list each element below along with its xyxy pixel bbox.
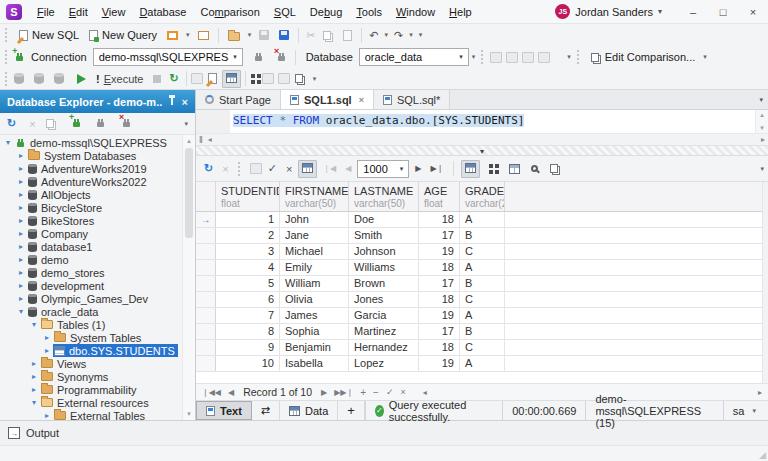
tree-item-content[interactable]: System Tables	[53, 331, 144, 344]
paste-button[interactable]	[338, 25, 357, 45]
disconnect-icon[interactable]: ×	[276, 51, 287, 64]
tree-item-content[interactable]: dbo.SYS.STUDENTS	[53, 344, 178, 357]
refresh-icon[interactable]: ↻	[201, 162, 216, 175]
chevron-down-icon[interactable]: ▾	[2, 138, 14, 147]
row-selector[interactable]	[196, 340, 216, 355]
copy-button[interactable]	[318, 25, 338, 45]
pin-icon[interactable]	[171, 98, 173, 105]
tree-item-content[interactable]: BikeStores	[27, 214, 97, 227]
search-icon[interactable]	[531, 165, 538, 172]
tab-sql-sql[interactable]: SQL.sql*	[374, 90, 450, 109]
table-row[interactable]: 8SophiaMartinez17B	[196, 324, 762, 340]
results-grid-toggle[interactable]	[222, 70, 241, 88]
layout-cards-icon[interactable]	[251, 74, 255, 78]
tree-item-content[interactable]: External Tables	[53, 409, 148, 420]
row-selector[interactable]: →	[196, 212, 216, 227]
cell-studentid[interactable]: 3	[216, 244, 280, 259]
open-file-dropdown-icon[interactable]: ▾	[245, 31, 255, 39]
tree-item-bicyclestore[interactable]: ▸BicycleStore	[0, 201, 182, 214]
tab-close-icon[interactable]: ×	[359, 95, 364, 105]
new-sql-button[interactable]: New SQL	[14, 25, 84, 45]
chevron-down-icon[interactable]: ▾	[28, 320, 40, 329]
prev-page-icon[interactable]: ◀	[342, 164, 354, 173]
cell-grade[interactable]: B	[460, 324, 505, 339]
tree-item-content[interactable]: Synonyms	[40, 370, 111, 383]
tree-item-content[interactable]: Tables (1)	[40, 318, 108, 331]
cell-lastname[interactable]: Williams	[349, 260, 419, 275]
stop-button[interactable]	[148, 69, 166, 89]
cell-studentid[interactable]: 4	[216, 260, 280, 275]
table-row[interactable]: 7JamesGarcia19A	[196, 308, 762, 324]
cell-age[interactable]: 19	[419, 356, 460, 371]
cell-age[interactable]: 17	[419, 324, 460, 339]
chevron-right-icon[interactable]: ▸	[15, 164, 27, 173]
grid-view-toggle[interactable]	[461, 160, 480, 178]
explorer-close-icon[interactable]: ×	[182, 96, 188, 108]
column-header-age[interactable]: AGEfloat	[419, 182, 460, 211]
tree-item-views[interactable]: ▸Views	[0, 357, 182, 370]
row-selector[interactable]	[196, 276, 216, 291]
explorer-toolbar-overflow-icon[interactable]: ▾	[181, 120, 191, 128]
tree-item-demo-stores[interactable]: ▸demo_stores	[0, 266, 182, 279]
cell-studentid[interactable]: 7	[216, 308, 280, 323]
menu-tools[interactable]: Tools	[349, 6, 389, 18]
database-sync-icon[interactable]	[14, 73, 24, 84]
user-menu-caret-icon[interactable]: ▾	[658, 7, 662, 16]
new-connection-icon[interactable]: +	[14, 51, 25, 64]
new-document-button[interactable]	[193, 25, 214, 45]
chevron-right-icon[interactable]: ▸	[15, 203, 27, 212]
edit-comparison-dropdown-icon[interactable]: ▾	[700, 53, 710, 61]
cell-studentid[interactable]: 1	[216, 212, 280, 227]
scroll-down-icon[interactable]: ▾	[760, 124, 764, 132]
database-deploy-icon[interactable]	[54, 73, 64, 84]
menu-window[interactable]: Window	[389, 6, 442, 18]
explorer-header[interactable]: Database Explorer - demo-m... ×	[0, 90, 195, 113]
delete-icon[interactable]: ×	[26, 118, 38, 130]
table-row[interactable]: 3MichaelJohnson19C	[196, 244, 762, 260]
tab-text[interactable]: Text	[196, 401, 252, 420]
connection-combobox[interactable]: demo-mssql\SQLEXPRESS ▾	[93, 48, 243, 66]
tree-item-content[interactable]: AdventureWorks2019	[27, 162, 150, 175]
grid-scroll-left-icon[interactable]: ◂	[423, 388, 427, 397]
chevron-down-icon[interactable]: ▾	[15, 307, 27, 316]
menu-help[interactable]: Help	[442, 6, 479, 18]
tree-item-content[interactable]: Views	[40, 357, 89, 370]
database-combobox[interactable]: oracle_data ▾	[359, 48, 469, 66]
table-row[interactable]: 2JaneSmith17B	[196, 228, 762, 244]
rollback-icon[interactable]: ×	[283, 163, 295, 175]
prev-record-icon[interactable]: ◀	[228, 388, 234, 397]
tree-item-synonyms[interactable]: ▸Synonyms	[0, 370, 182, 383]
tree-item-content[interactable]: demo_stores	[27, 266, 108, 279]
tab-data[interactable]: Data	[280, 401, 338, 420]
status-user[interactable]: sa ▾	[723, 401, 768, 420]
cell-firstname[interactable]: John	[280, 212, 349, 227]
tree-item-programmability[interactable]: ▸Programmability	[0, 383, 182, 396]
cell-lastname[interactable]: Martinez	[349, 324, 419, 339]
tree-item-content[interactable]: System Databases	[27, 149, 139, 162]
tree-item-content[interactable]: AllObjects	[27, 188, 94, 201]
table-row[interactable]: 5WilliamBrown17B	[196, 276, 762, 292]
close-button[interactable]: ×	[738, 0, 768, 24]
connect-icon[interactable]	[95, 117, 106, 130]
commit-icon[interactable]: ✓	[265, 162, 280, 175]
connect-icon[interactable]	[253, 51, 264, 64]
column-visibility-icon[interactable]	[509, 164, 520, 174]
redo-icon[interactable]: ↷	[391, 29, 406, 42]
toolbar-grip[interactable]	[5, 28, 9, 42]
scroll-up-icon[interactable]: ▴	[760, 111, 764, 119]
column-header-lastname[interactable]: LASTNAMEvarchar(50)	[349, 182, 419, 211]
toolbar-overflow-icon[interactable]: ▾	[416, 31, 426, 39]
cell-firstname[interactable]: Benjamin	[280, 340, 349, 355]
last-record-icon[interactable]: ▶▶❘	[334, 388, 353, 397]
tree-scrollbar[interactable]: ▴ ▾	[182, 135, 195, 420]
tree-item-content[interactable]: Company	[27, 227, 91, 240]
chevron-right-icon[interactable]: ▸	[41, 411, 53, 420]
scroll-right-icon[interactable]: ▸	[761, 135, 765, 144]
menu-file[interactable]: File	[30, 6, 62, 18]
grid-scrollbar[interactable]	[762, 182, 768, 383]
cell-grade[interactable]: A	[460, 356, 505, 371]
tree-item-content[interactable]: database1	[27, 240, 95, 253]
format-dropdown-icon[interactable]: ▾	[564, 53, 574, 61]
grid-scroll-right-icon[interactable]: ▸	[758, 388, 762, 397]
new-window-dropdown-icon[interactable]: ▾	[183, 31, 193, 39]
